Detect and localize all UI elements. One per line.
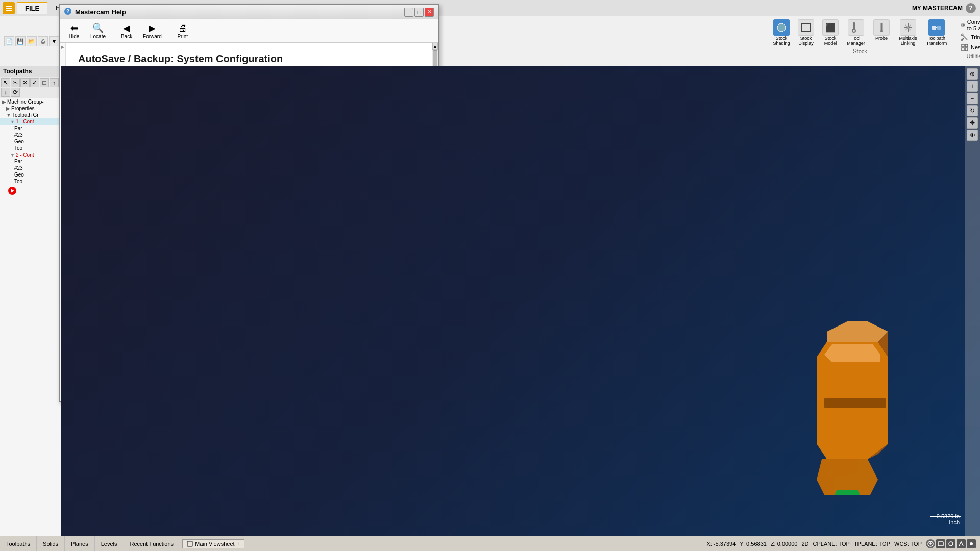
play-area [8, 187, 61, 195]
tab-file[interactable]: FILE [17, 2, 47, 14]
svg-point-4 [777, 23, 786, 32]
tree-item-geo1[interactable]: Geo [0, 138, 61, 145]
print-label: Print [177, 34, 188, 39]
convert-5axis-btn[interactable]: Convert to 5-axis [959, 18, 980, 32]
qa-btn-5[interactable]: ▼ [49, 36, 59, 46]
tree-item-num2[interactable]: #23 [0, 165, 61, 171]
tree-item-geo2[interactable]: Geo [0, 171, 61, 178]
status-icons [926, 539, 976, 548]
tree-machine-group[interactable]: ▶ Machine Group- [0, 98, 61, 105]
tab-solids[interactable]: Solids [37, 536, 65, 551]
3d-model-svg [735, 291, 939, 495]
help-button-top[interactable]: ? [966, 3, 976, 13]
top-right-area: MY MASTERCAM ? [912, 3, 980, 13]
tab-toolpaths[interactable]: Toolpaths [0, 536, 37, 551]
status-icon-2[interactable] [936, 539, 945, 548]
nesting-btn[interactable]: Nesting [959, 43, 980, 52]
stock-display-label: Stock Display [797, 36, 815, 46]
coord-x: X: -5.37394 [706, 541, 736, 547]
tree-properties[interactable]: ▶ Properties - [0, 105, 61, 112]
svg-rect-0 [6, 6, 12, 7]
tree-btn-check[interactable]: ✓ [30, 78, 39, 87]
scale-indicator: 0.5820 in Inch [937, 513, 960, 525]
status-icon-4[interactable] [957, 539, 966, 548]
svg-marker-19 [11, 189, 14, 193]
hide-icon: ⬅ [70, 22, 78, 34]
tree-machine-label: Machine Group- [7, 99, 44, 105]
qa-btn-2[interactable]: 💾 [15, 36, 26, 46]
pan-btn[interactable]: ✥ [967, 117, 978, 129]
qa-btn-3[interactable]: 📂 [27, 36, 37, 46]
locate-btn[interactable]: 🔍 Locate [86, 21, 110, 40]
help-window-title: Mastercam Help [75, 8, 404, 16]
hide-btn[interactable]: ⬅ Hide [64, 21, 84, 40]
forward-btn[interactable]: ▶ Forward [139, 21, 166, 40]
scroll-up-btn[interactable]: ▲ [432, 43, 438, 50]
multiaxis-btn[interactable]: Multiaxis Linking [895, 18, 921, 47]
svg-rect-32 [187, 541, 192, 546]
stock-shading-btn[interactable]: Stock Shading [770, 18, 793, 47]
svg-rect-2 [6, 10, 12, 11]
print-btn[interactable]: 🖨 Print [173, 22, 193, 40]
qa-btn-1[interactable]: 📄 [4, 36, 14, 46]
tree-btn-uncheck[interactable]: □ [40, 78, 49, 87]
help-minimize-btn[interactable]: — [404, 8, 413, 17]
probe-btn[interactable]: Probe [870, 18, 893, 47]
tree-toolpath-gr[interactable]: ▼ Toolpath Gr [0, 112, 61, 118]
tree-btn-regen[interactable]: ⟳ [11, 88, 20, 97]
stock-model-btn[interactable]: ⬛ Stock Model [819, 18, 842, 47]
zoom-out-btn[interactable]: − [967, 93, 978, 104]
viewsheet-add[interactable]: + [237, 541, 240, 547]
tree-item-cont2[interactable]: ▼ 2 - Cont [0, 152, 61, 158]
tree-item-cont1[interactable]: ▼ 1 - Cont [0, 118, 61, 125]
svg-marker-29 [817, 459, 878, 495]
status-icon-5[interactable] [967, 539, 976, 548]
tab-levels[interactable]: Levels [95, 536, 124, 551]
status-icon-3[interactable] [946, 539, 955, 548]
back-btn[interactable]: ◀ Back [116, 21, 137, 40]
viewsheet-tab[interactable]: Main Viewsheet + [182, 539, 244, 548]
view-btn[interactable]: 👁 [967, 130, 978, 141]
viewsheet-icon [187, 541, 193, 547]
tree-geo1: Geo [14, 139, 24, 144]
viewport-3d: ⊕ + − ↻ ✥ 👁 0.5820 in Inch [61, 66, 980, 536]
trim-btn[interactable]: Trim [959, 33, 980, 42]
tree-btn-move-up[interactable]: ↑ [50, 78, 59, 87]
tree-btn-select[interactable]: ↖ [1, 78, 10, 87]
qa-btn-4[interactable]: ⎙ [38, 36, 48, 46]
tab-recent-functions[interactable]: Recent Functions [124, 536, 181, 551]
my-mastercam-label: MY MASTERCAM [912, 5, 963, 12]
toolbar-sep-1 [113, 23, 113, 39]
rotate-btn[interactable]: ↻ [967, 105, 978, 116]
tree-btn-cut[interactable]: ✂ [11, 78, 20, 87]
tree-item-num1[interactable]: #23 [0, 132, 61, 138]
status-icon-1[interactable] [926, 539, 935, 548]
back-label: Back [121, 34, 132, 39]
tool-manager-btn[interactable]: Tool Manager [844, 18, 868, 47]
play-btn[interactable] [8, 187, 16, 195]
zoom-in-btn[interactable]: + [967, 81, 978, 92]
scale-line [930, 516, 961, 517]
tree-btn-move-down[interactable]: ↓ [1, 88, 10, 97]
tree-item-par2[interactable]: Par [0, 158, 61, 165]
probe-label: Probe [872, 36, 891, 41]
tab-planes[interactable]: Planes [65, 536, 95, 551]
svg-rect-15 [962, 44, 964, 47]
app-menu-button[interactable] [3, 2, 15, 14]
svg-point-9 [880, 30, 883, 32]
forward-label: Forward [143, 34, 162, 39]
tree-item-too1[interactable]: Too [0, 145, 61, 152]
tree-item-par1[interactable]: Par [0, 125, 61, 132]
tree-item-too2[interactable]: Too [0, 178, 61, 185]
toolpath-transform-btn[interactable]: Toolpath Transform [923, 18, 950, 47]
tree-num2: #23 [14, 165, 23, 171]
stock-display-btn[interactable]: Stock Display [795, 18, 817, 47]
toolpath-transform-label: Toolpath Transform [925, 36, 948, 46]
svg-rect-36 [938, 542, 943, 546]
help-close-btn[interactable]: ✕ [425, 8, 434, 17]
tree-btn-delete[interactable]: ✕ [20, 78, 30, 87]
help-maximize-btn[interactable]: □ [414, 8, 424, 17]
viewport[interactable]: ⊕ + − ↻ ✥ 👁 0.5820 in Inch [61, 66, 980, 536]
zoom-fit-btn[interactable]: ⊕ [967, 68, 978, 80]
svg-rect-1 [6, 8, 12, 9]
